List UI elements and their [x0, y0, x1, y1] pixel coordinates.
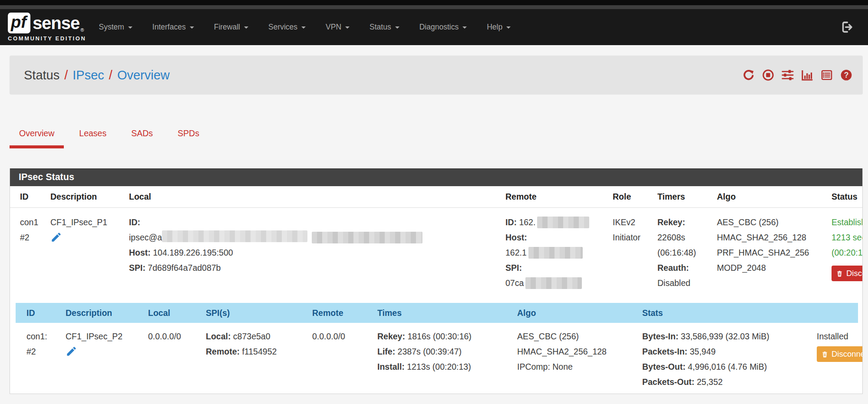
- col-local: Local: [129, 192, 505, 202]
- main-menu: System Interfaces Firewall Services VPN …: [89, 23, 521, 32]
- col-remote: Remote: [505, 192, 613, 202]
- child-id-cell: con1: #2: [26, 329, 66, 390]
- nav-item-system[interactable]: System: [89, 23, 142, 32]
- breadcrumb-separator: /: [109, 68, 112, 82]
- bar-chart-icon[interactable]: [801, 69, 813, 81]
- stop-icon[interactable]: [762, 69, 774, 81]
- ike-table-header: ID Description Local Remote Role Timers …: [10, 186, 862, 208]
- tab-leases[interactable]: Leases: [69, 120, 116, 148]
- tab-spds[interactable]: SPDs: [168, 120, 209, 148]
- child-remote-cell: 0.0.0.0/0: [312, 329, 377, 390]
- chevron-down-icon: [506, 26, 511, 29]
- nav-item-diagnostics[interactable]: Diagnostics: [409, 23, 477, 32]
- nav-item-interfaces[interactable]: Interfaces: [142, 23, 204, 32]
- redacted-text: [525, 277, 582, 289]
- col-local: Local: [148, 308, 206, 318]
- breadcrumb-separator: /: [64, 68, 68, 82]
- ike-remote-cell: ID: 162. Host: 162.1 SPI: 07ca: [505, 215, 613, 291]
- redacted-text: [537, 217, 589, 228]
- panel-title: IPsec Status: [10, 168, 862, 186]
- window-top-strip: [0, 0, 868, 5]
- ike-table-row: con1 #2 CF1_IPsec_P1 ID: ipsec@a Host: 1…: [10, 208, 862, 303]
- col-spis: SPI(s): [206, 308, 312, 318]
- ike-description-cell: CF1_IPsec_P1: [50, 215, 129, 291]
- edit-pencil-icon[interactable]: [50, 231, 62, 248]
- child-sa-row: con1: #2 CF1_IPsec_P2 0.0.0.0/0 Local: c…: [16, 323, 858, 393]
- ike-local-cell: ID: ipsec@a Host: 104.189.226.195:500 SP…: [129, 215, 505, 291]
- breadcrumb-section: Status: [24, 68, 59, 82]
- ike-status-line: Established: [832, 215, 863, 230]
- chevron-down-icon: [128, 26, 132, 29]
- redacted-text: [162, 230, 307, 242]
- nav-item-help[interactable]: Help: [477, 23, 521, 32]
- ipsec-tabs: Overview Leases SADs SPDs: [10, 120, 215, 148]
- ike-timers-cell: Rekey: 22608s (06:16:48) Reauth: Disable…: [657, 215, 717, 291]
- sliders-icon[interactable]: [782, 69, 794, 81]
- chevron-down-icon: [462, 26, 467, 29]
- col-description: Description: [50, 192, 129, 202]
- top-navbar: pf sense ® COMMUNITY EDITION System Inte…: [0, 0, 868, 45]
- chevron-down-icon: [301, 26, 306, 29]
- nav-item-firewall[interactable]: Firewall: [204, 23, 258, 32]
- help-icon[interactable]: ?: [840, 69, 852, 81]
- col-status: Status: [832, 192, 862, 202]
- col-times: Times: [377, 308, 517, 318]
- col-id: ID: [20, 192, 50, 202]
- trash-icon: [822, 351, 828, 358]
- chevron-down-icon: [395, 26, 399, 29]
- breadcrumb-bar: Status / IPsec / Overview: [10, 56, 863, 95]
- logout-icon[interactable]: [840, 21, 853, 33]
- ike-role-cell: IKEv2 Initiator: [613, 215, 657, 291]
- page-toolbar: ?: [743, 69, 852, 81]
- child-sa-table: ID Description Local SPI(s) Remote Times…: [16, 303, 858, 393]
- col-id: ID: [26, 308, 66, 318]
- breadcrumb-overview-link[interactable]: Overview: [117, 68, 170, 82]
- tab-overview[interactable]: Overview: [10, 120, 64, 148]
- col-timers: Timers: [657, 192, 717, 202]
- chevron-down-icon: [345, 26, 350, 29]
- pfsense-logo[interactable]: pf sense ® COMMUNITY EDITION: [8, 13, 86, 42]
- logo-sense-text: sense: [33, 13, 79, 33]
- window-title-strip: [0, 5, 868, 9]
- ike-status-line: 1213 seconds: [832, 230, 863, 245]
- chevron-down-icon: [190, 26, 194, 29]
- col-algo: Algo: [717, 192, 832, 202]
- child-spis-cell: Local: c873e5a0 Remote: f1154952: [206, 329, 312, 390]
- breadcrumb-ipsec-link[interactable]: IPsec: [73, 68, 104, 82]
- child-local-cell: 0.0.0.0/0: [148, 329, 206, 390]
- chevron-down-icon: [244, 26, 248, 29]
- col-description: Description: [66, 308, 148, 318]
- col-algo: Algo: [517, 308, 642, 318]
- nav-item-vpn[interactable]: VPN: [316, 23, 360, 32]
- child-algo-cell: AES_CBC (256) HMAC_SHA2_256_128 IPComp: …: [517, 329, 642, 390]
- edit-pencil-icon[interactable]: [66, 345, 77, 362]
- nav-item-status[interactable]: Status: [360, 23, 409, 32]
- child-description-cell: CF1_IPsec_P2: [66, 329, 148, 390]
- ike-status-cell: Established 1213 seconds (00:20:13) Disc…: [832, 215, 863, 291]
- tab-sads[interactable]: SADs: [122, 120, 162, 148]
- logo-registered-mark: ®: [80, 27, 84, 33]
- logo-pf-box: pf: [8, 13, 30, 33]
- child-sa-header: ID Description Local SPI(s) Remote Times…: [16, 303, 858, 323]
- child-status-cell: Installed Disconnect: [817, 329, 863, 390]
- child-stats-cell: Bytes-In: 33,586,939 (32.03 MiB) Packets…: [642, 329, 817, 390]
- ipsec-status-panel: IPsec Status ID Description Local Remote…: [10, 168, 863, 394]
- disconnect-button[interactable]: Disconnect: [832, 266, 863, 281]
- list-icon[interactable]: [821, 69, 833, 81]
- nav-item-services[interactable]: Services: [258, 23, 316, 32]
- ike-algo-cell: AES_CBC (256) HMAC_SHA2_256_128 PRF_HMAC…: [717, 215, 832, 291]
- logo-edition-text: COMMUNITY EDITION: [8, 35, 86, 42]
- disconnect-button[interactable]: Disconnect: [817, 346, 863, 362]
- redacted-text: [528, 247, 583, 259]
- ike-id-cell: con1 #2: [20, 215, 50, 291]
- redacted-text: [312, 232, 422, 243]
- refresh-icon[interactable]: [743, 69, 755, 81]
- col-remote: Remote: [312, 308, 377, 318]
- col-stats: Stats: [642, 308, 817, 318]
- ike-status-line: (00:20:13): [832, 245, 863, 260]
- col-role: Role: [613, 192, 657, 202]
- child-times-cell: Rekey: 1816s (00:30:16) Life: 2387s (00:…: [377, 329, 517, 390]
- trash-icon: [836, 270, 843, 277]
- breadcrumb: Status / IPsec / Overview: [24, 68, 170, 82]
- svg-text:?: ?: [844, 71, 849, 79]
